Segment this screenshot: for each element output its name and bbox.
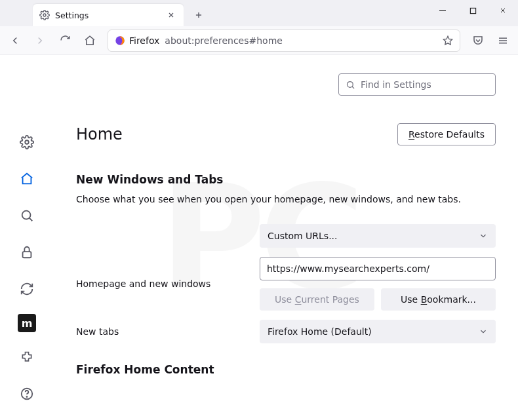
window-controls	[428, 0, 518, 26]
svg-line-21	[352, 86, 354, 88]
restore-defaults-button[interactable]: Restore Defaults	[397, 123, 496, 145]
sidebar-item-more-mozilla[interactable]: m	[18, 314, 36, 332]
homepage-url-input[interactable]: https://www.mysearchexperts.com/	[260, 257, 496, 280]
svg-rect-17	[23, 252, 31, 258]
settings-main: Find in Settings Home Restore Defaults N…	[54, 55, 518, 420]
minimize-button[interactable]	[428, 0, 458, 21]
homepage-mode-value: Custom URLs...	[268, 231, 338, 241]
use-current-pages-button[interactable]: Use Current Pages	[260, 288, 374, 311]
home-button[interactable]	[79, 29, 101, 52]
newtabs-label: New tabs	[76, 326, 247, 337]
svg-point-19	[26, 396, 27, 397]
url-bar[interactable]: Firefox about:preferences#home	[108, 29, 460, 52]
section-home-content-title: Firefox Home Content	[76, 363, 496, 376]
sidebar-item-help[interactable]	[15, 382, 39, 406]
tab-title: Settings	[55, 10, 160, 20]
homepage-url-value: https://www.mysearchexperts.com/	[267, 263, 429, 274]
section-new-windows-title: New Windows and Tabs	[76, 173, 496, 186]
sidebar-item-general[interactable]	[15, 130, 39, 154]
url-text: about:preferences#home	[165, 35, 439, 46]
new-tab-button[interactable]	[189, 5, 209, 25]
chevron-down-icon	[479, 231, 488, 240]
url-identity: Firefox	[129, 35, 159, 46]
reload-button[interactable]	[54, 29, 76, 52]
sidebar-item-home[interactable]	[15, 167, 39, 191]
homepage-label: Homepage and new windows	[76, 278, 247, 289]
browser-tab[interactable]: Settings	[33, 4, 184, 26]
gear-icon	[39, 10, 50, 20]
maximize-button[interactable]	[458, 0, 488, 21]
svg-rect-6	[470, 8, 475, 13]
newtabs-mode-value: Firefox Home (Default)	[268, 326, 372, 337]
use-bookmark-button[interactable]: Use Bookmark...	[381, 288, 496, 311]
sidebar-item-extensions[interactable]	[15, 345, 39, 369]
titlebar: Settings	[0, 0, 518, 26]
svg-point-0	[43, 14, 46, 16]
svg-marker-10	[443, 36, 452, 45]
svg-line-16	[30, 218, 33, 221]
homepage-mode-select[interactable]: Custom URLs...	[260, 224, 496, 248]
sidebar-item-sync[interactable]	[15, 277, 39, 301]
bookmark-star-icon[interactable]	[443, 35, 453, 46]
svg-point-20	[348, 81, 353, 87]
chevron-down-icon	[479, 327, 488, 336]
find-placeholder: Find in Settings	[361, 79, 431, 90]
back-button[interactable]	[4, 29, 26, 52]
section-new-windows-desc: Choose what you see when you open your h…	[76, 193, 496, 206]
newtabs-mode-select[interactable]: Firefox Home (Default)	[260, 320, 496, 343]
svg-point-14	[25, 140, 29, 144]
close-tab-button[interactable]	[165, 9, 177, 21]
page-title: Home	[76, 125, 123, 143]
sidebar-item-search[interactable]	[15, 204, 39, 227]
nav-toolbar: Firefox about:preferences#home	[0, 26, 518, 55]
settings-sidebar: m	[0, 55, 54, 420]
pocket-button[interactable]	[467, 29, 489, 52]
forward-button[interactable]	[29, 29, 51, 52]
sidebar-item-privacy[interactable]	[15, 240, 39, 264]
search-icon	[346, 80, 355, 90]
app-menu-button[interactable]	[492, 29, 514, 52]
close-window-button[interactable]	[488, 0, 518, 21]
firefox-icon	[115, 35, 125, 46]
svg-point-15	[22, 211, 31, 220]
find-in-settings-input[interactable]: Find in Settings	[338, 73, 496, 96]
